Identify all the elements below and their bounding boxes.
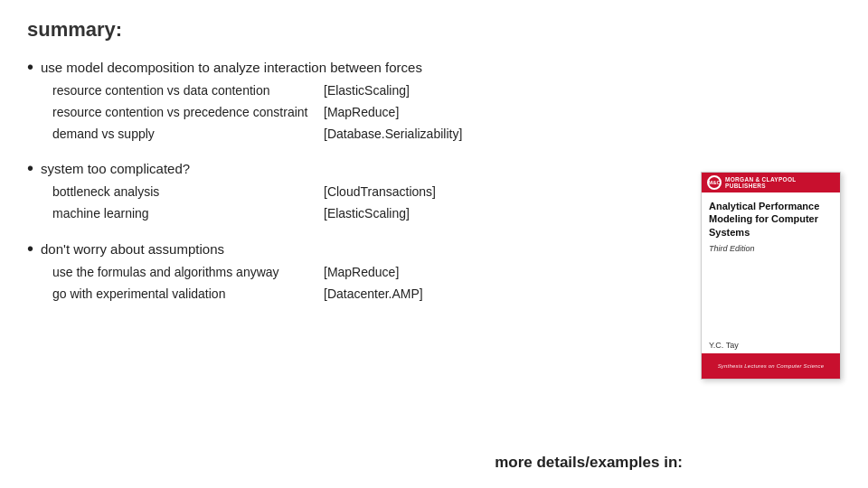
- indent-labels-3: use the formulas and algorithms anyway g…: [52, 262, 324, 305]
- indent-label-2-0: bottleneck analysis: [52, 182, 324, 203]
- book-series: Synthesis Lectures on Computer Science: [718, 363, 825, 369]
- book-author: Y.C. Tay: [709, 335, 833, 350]
- indent-block-1: resource contention vs data contention r…: [52, 80, 841, 145]
- indent-refs-3: [MapReduce] [Datacenter.AMP]: [324, 262, 505, 305]
- footer-text: more details/examples in:: [495, 454, 683, 472]
- indent-label-2-1: machine learning: [52, 203, 324, 225]
- bullet-dot-2: •: [27, 159, 33, 177]
- indent-ref-3-0: [MapReduce]: [324, 262, 505, 284]
- indent-labels-1: resource contention vs data contention r…: [52, 80, 324, 145]
- indent-label-3-0: use the formulas and algorithms anyway: [52, 262, 324, 284]
- bullet-dot-1: •: [27, 58, 33, 76]
- indent-refs-1: [ElasticScaling] [MapReduce] [Database.S…: [324, 80, 505, 145]
- bullet-row-1: • use model decomposition to analyze int…: [27, 58, 841, 77]
- book-logo: M&C: [707, 175, 722, 190]
- indent-label-3-1: go with experimental validation: [52, 284, 324, 305]
- indent-label-1-0: resource contention vs data contention: [52, 80, 324, 102]
- page-title: summary:: [27, 18, 841, 42]
- indent-ref-3-1: [Datacenter.AMP]: [324, 284, 505, 305]
- indent-label-1-2: demand vs supply: [52, 124, 324, 145]
- bullet-dot-3: •: [27, 239, 33, 258]
- book-edition: Third Edition: [709, 244, 833, 253]
- indent-refs-2: [CloudTransactions] [ElasticScaling]: [324, 182, 505, 225]
- book-logo-text: M&C: [708, 180, 721, 185]
- bullet-text-3: don't worry about assumptions: [41, 239, 224, 258]
- book-cover: M&C MORGAN & CLAYPOOL PUBLISHERS Analyti…: [701, 172, 841, 380]
- indent-labels-2: bottleneck analysis machine learning: [52, 182, 324, 225]
- indent-ref-2-0: [CloudTransactions]: [324, 182, 505, 203]
- indent-ref-1-0: [ElasticScaling]: [324, 80, 505, 102]
- book-bottom-bar: Synthesis Lectures on Computer Science: [702, 353, 840, 379]
- bullet-section-1: • use model decomposition to analyze int…: [27, 58, 841, 145]
- book-publisher-name: MORGAN & CLAYPOOL PUBLISHERS: [725, 176, 835, 189]
- page: summary: • use model decomposition to an…: [0, 0, 868, 488]
- indent-label-1-1: resource contention vs precedence constr…: [52, 102, 324, 124]
- bullet-text-2: system too complicated?: [41, 159, 190, 178]
- book-title: Analytical Performance Modeling for Comp…: [709, 200, 833, 239]
- indent-ref-2-1: [ElasticScaling]: [324, 203, 505, 225]
- book-body: Analytical Performance Modeling for Comp…: [702, 192, 840, 353]
- indent-ref-1-1: [MapReduce]: [324, 102, 505, 124]
- book-top-bar: M&C MORGAN & CLAYPOOL PUBLISHERS: [702, 173, 840, 192]
- bullet-text-1: use model decomposition to analyze inter…: [41, 58, 422, 77]
- indent-ref-1-2: [Database.Serializability]: [324, 124, 505, 145]
